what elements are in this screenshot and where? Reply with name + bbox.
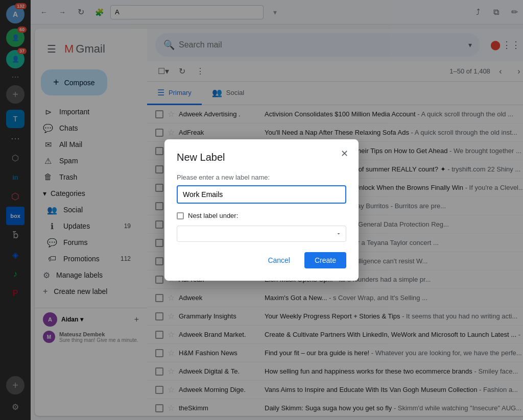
modal-overlay[interactable]: New Label ✕ Please enter a new label nam…: [0, 0, 523, 420]
nest-label-select[interactable]: [177, 226, 346, 242]
nest-label-text: Nest label under:: [188, 212, 238, 219]
nest-label-row: Nest label under:: [177, 212, 346, 219]
label-name-input[interactable]: [177, 185, 346, 204]
modal-title: New Label: [177, 152, 346, 163]
new-label-modal: New Label ✕ Please enter a new label nam…: [164, 139, 359, 281]
modal-enter-name-label: Please enter a new label name:: [177, 174, 346, 181]
modal-actions: Cancel Create: [177, 252, 346, 268]
cancel-button[interactable]: Cancel: [257, 252, 300, 268]
nest-label-checkbox[interactable]: [177, 212, 184, 219]
modal-close-button[interactable]: ✕: [336, 145, 352, 162]
create-button[interactable]: Create: [304, 252, 346, 268]
